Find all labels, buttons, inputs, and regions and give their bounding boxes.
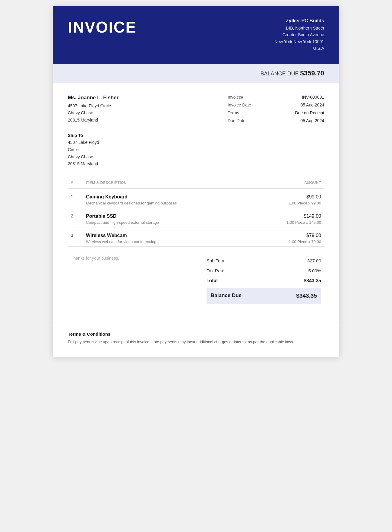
col-desc: ITEM & DESCRIPTION bbox=[83, 177, 253, 189]
company-info: Zylker PC Builds 14B, Northern Street Gr… bbox=[274, 18, 324, 52]
balance-due-bar-amount: $359.70 bbox=[300, 69, 324, 77]
subtotal-row: Sub Total 327.00 bbox=[207, 256, 321, 266]
totals-right: Sub Total 327.00 Tax Rate 5.00% Total $3… bbox=[207, 256, 321, 304]
total-label: Total bbox=[207, 278, 218, 283]
subtotal-value: 327.00 bbox=[307, 258, 321, 263]
table-row: 3 Wireless Webcam Wireless webcam for vi… bbox=[68, 227, 324, 247]
tax-value: 5.00% bbox=[308, 268, 321, 273]
bill-to-address-line1: 4507 Lake Floyd Circle bbox=[68, 103, 119, 110]
item-desc-cell-1: Gaming Keyboard Mechanical keyboard desi… bbox=[83, 189, 253, 208]
item-amount-cell-2: $149.00 1.00 Piece x 149.00 bbox=[253, 208, 324, 227]
terms-section: Terms & Conditions Full payment is due u… bbox=[53, 322, 339, 357]
meta-due-date: Due Date 05 Aug 2024 bbox=[228, 118, 324, 123]
meta-terms-label: Terms bbox=[228, 110, 239, 115]
tax-row: Tax Rate 5.00% bbox=[207, 266, 321, 276]
item-num-1: 1 bbox=[68, 189, 83, 208]
meta-due-date-label: Due Date bbox=[228, 118, 245, 123]
company-address-line3: New York New York 10001 bbox=[274, 38, 324, 45]
meta-due-date-value: 05 Aug 2024 bbox=[300, 118, 324, 123]
bill-to-section: Ms. Joanne L. Fisher 4507 Lake Floyd Cir… bbox=[68, 95, 119, 168]
item-desc-cell-2: Portable SSD Compact and high-speed exte… bbox=[83, 208, 253, 227]
subtotal-label: Sub Total bbox=[207, 258, 225, 263]
meta-invoice-num-label: Invoice# bbox=[228, 95, 243, 100]
meta-terms: Terms Due on Receipt bbox=[228, 110, 324, 115]
item-name-1: Gaming Keyboard bbox=[86, 194, 250, 200]
company-address-line4: U.S.A bbox=[274, 45, 324, 52]
company-address-line1: 14B, Northern Street bbox=[274, 25, 324, 31]
invoice-header: INVOICE Zylker PC Builds 14B, Northern S… bbox=[53, 6, 339, 64]
item-amount-value-2: $149.00 bbox=[256, 214, 321, 219]
item-description-2: Compact and high-speed external storage bbox=[86, 220, 250, 225]
meta-table: Invoice# INV-000001 Invoice Date 05 Aug … bbox=[228, 95, 324, 168]
ship-to-address: 4507 Lake Floyd Circle Chevy Chase 20815… bbox=[68, 139, 119, 168]
meta-invoice-date-label: Invoice Date bbox=[228, 103, 251, 107]
item-qty-3: 1.00 Piece x 79.00 bbox=[256, 239, 321, 244]
invoice-body: Ms. Joanne L. Fisher 4507 Lake Floyd Cir… bbox=[53, 83, 339, 322]
ship-to-address-line2: Circle bbox=[68, 146, 119, 154]
item-description-3: Wireless webcam for video conferencing bbox=[86, 239, 250, 244]
company-name: Zylker PC Builds bbox=[274, 18, 324, 24]
total-row: Total $343.35 bbox=[207, 276, 321, 286]
item-num-2: 2 bbox=[68, 208, 83, 227]
total-value: $343.35 bbox=[304, 278, 321, 283]
bill-to: Ms. Joanne L. Fisher 4507 Lake Floyd Cir… bbox=[68, 95, 119, 124]
item-name-2: Portable SSD bbox=[86, 214, 250, 219]
totals-section: Thanks for your business. Sub Total 327.… bbox=[68, 247, 324, 310]
items-table: # ITEM & DESCRIPTION AMOUNT 1 Gaming Key… bbox=[68, 177, 324, 247]
ship-to-address-line4: 20815 Maryland bbox=[68, 160, 119, 168]
billing-section: Ms. Joanne L. Fisher 4507 Lake Floyd Cir… bbox=[68, 95, 324, 168]
table-row: 2 Portable SSD Compact and high-speed ex… bbox=[68, 208, 324, 227]
invoice-title: INVOICE bbox=[68, 18, 137, 36]
bill-to-address-line3: 20815 Maryland bbox=[68, 117, 119, 124]
item-num-3: 3 bbox=[68, 227, 83, 247]
bill-to-address: 4507 Lake Floyd Circle Chevy Chase 20815… bbox=[68, 103, 119, 124]
company-address-line2: Greater South Avenue bbox=[274, 31, 324, 38]
ship-to-address-line1: 4507 Lake Floyd bbox=[68, 139, 119, 146]
item-amount-cell-3: $79.00 1.00 Piece x 79.00 bbox=[253, 227, 324, 247]
meta-terms-value: Due on Receipt bbox=[295, 110, 324, 115]
tax-label: Tax Rate bbox=[207, 268, 224, 273]
item-amount-cell-1: $99.00 1.00 Piece x 99.00 bbox=[253, 189, 324, 208]
item-amount-value-1: $99.00 bbox=[256, 194, 321, 200]
balance-due-label: Balance Due bbox=[211, 293, 242, 299]
balance-due-amount: $343.35 bbox=[296, 293, 317, 299]
ship-to-address-line3: Chevy Chase bbox=[68, 154, 119, 161]
terms-text: Full payment is due upon receipt of this… bbox=[68, 339, 324, 345]
balance-due-bar-label: BALANCE DUE bbox=[260, 71, 299, 77]
item-description-1: Mechanical keyboard designed for gaming … bbox=[86, 201, 250, 205]
item-amount-value-3: $79.00 bbox=[256, 233, 321, 238]
item-desc-cell-3: Wireless Webcam Wireless webcam for vide… bbox=[83, 227, 253, 247]
meta-invoice-date: Invoice Date 05 Aug 2024 bbox=[228, 103, 324, 107]
table-row: 1 Gaming Keyboard Mechanical keyboard de… bbox=[68, 189, 324, 208]
invoice-meta: Invoice# INV-000001 Invoice Date 05 Aug … bbox=[119, 95, 324, 168]
meta-invoice-num: Invoice# INV-000001 bbox=[228, 95, 324, 100]
item-name-3: Wireless Webcam bbox=[86, 233, 250, 238]
invoice-document: INVOICE Zylker PC Builds 14B, Northern S… bbox=[53, 6, 339, 357]
bill-to-address-line2: Chevy Chase bbox=[68, 109, 119, 117]
thanks-note: Thanks for your business. bbox=[71, 256, 207, 261]
item-qty-1: 1.00 Piece x 99.00 bbox=[256, 201, 321, 205]
terms-title: Terms & Conditions bbox=[68, 331, 324, 337]
meta-invoice-num-value: INV-000001 bbox=[302, 95, 324, 100]
balance-due-bar: BALANCE DUE $359.70 bbox=[53, 64, 339, 83]
bill-to-name: Ms. Joanne L. Fisher bbox=[68, 95, 119, 101]
col-num: # bbox=[68, 177, 83, 189]
col-amount: AMOUNT bbox=[253, 177, 324, 189]
meta-invoice-date-value: 05 Aug 2024 bbox=[300, 103, 324, 107]
ship-to: Ship To 4507 Lake Floyd Circle Chevy Cha… bbox=[68, 133, 119, 168]
balance-due-row: Balance Due $343.35 bbox=[207, 288, 321, 304]
ship-to-label: Ship To bbox=[68, 133, 119, 138]
item-qty-2: 1.00 Piece x 149.00 bbox=[256, 220, 321, 225]
